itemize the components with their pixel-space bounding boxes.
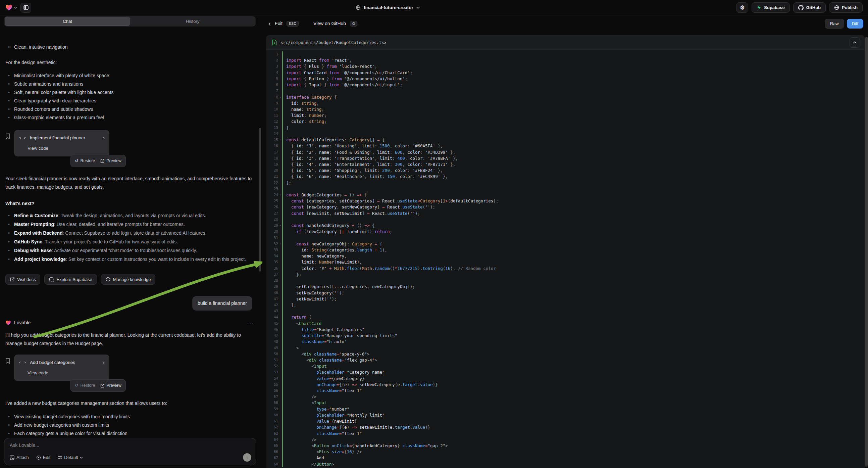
list-item: Expand with Backend: Connect Supabase to… <box>5 229 256 237</box>
chat-bullet: Glass-morphic elements for a premium fee… <box>5 114 256 122</box>
globe-icon <box>355 5 361 10</box>
supabase-bolt-icon <box>756 5 761 10</box>
chat-bullet: Subtle animations and transitions <box>5 80 256 88</box>
package-icon <box>106 277 111 282</box>
assistant-name: Lovable <box>14 319 31 327</box>
chat-scrollbar[interactable] <box>259 128 261 272</box>
assistant-paragraph: I'll help you add budget categories to t… <box>5 331 255 348</box>
file-header[interactable]: src/components/budget/BudgetCategories.t… <box>266 35 865 50</box>
lovable-heart-icon <box>5 320 11 325</box>
view-code-link[interactable]: View code <box>19 144 105 152</box>
attach-button[interactable]: Attach <box>10 455 29 460</box>
chat-bullet: Add new budget categories with custom li… <box>5 421 256 429</box>
tab-history[interactable]: History <box>130 17 255 26</box>
chevron-down-icon <box>80 457 83 459</box>
bookmark-icon[interactable] <box>5 358 10 364</box>
chevron-up-icon <box>853 41 857 43</box>
list-item: Add project knowledge: Set key context o… <box>5 255 256 264</box>
publish-button[interactable]: Publish <box>829 2 863 13</box>
code-editor[interactable]: 12import React from 'react';3import { Pl… <box>266 50 865 467</box>
visit-docs-button[interactable]: Visit docs <box>5 274 40 285</box>
assistant-paragraph: Your sleek financial planner is now read… <box>5 175 254 192</box>
diff-toggle-button[interactable]: Diff <box>847 19 863 29</box>
chat-bullet: Clean, intuitive navigation <box>5 43 256 51</box>
list-item: Debug with Ease: Activate our experiment… <box>5 246 256 255</box>
chat-bullet: Rounded corners and subtle shadows <box>5 105 256 114</box>
view-code-link[interactable]: View code <box>19 369 105 377</box>
chevron-down-icon <box>416 7 420 9</box>
version-title: Add budget categories <box>30 358 75 367</box>
whats-next-heading: What's next? <box>5 199 256 208</box>
chat-history-tabs: Chat History <box>4 16 256 27</box>
restore-icon: ↺ <box>75 381 78 390</box>
target-icon <box>36 455 41 460</box>
manage-knowledge-button[interactable]: Manage knowledge <box>101 274 156 285</box>
send-arrow-icon: ↑ <box>246 455 248 460</box>
lovable-logo-menu[interactable] <box>5 4 17 11</box>
chat-input[interactable]: Ask Lovable... <box>10 442 251 448</box>
bookmark-icon[interactable] <box>5 133 10 139</box>
code-icon: < > <box>19 358 27 367</box>
supabase-button[interactable]: Supabase <box>751 2 789 13</box>
version-card-add-budget-categories[interactable]: < > Add budget categories › View code <box>14 354 110 381</box>
code-scrollbar[interactable] <box>865 37 868 467</box>
project-switcher[interactable]: financial-future-creator <box>355 5 420 10</box>
design-heading: For the design aesthetic: <box>5 58 256 67</box>
chevron-down-icon <box>14 7 17 9</box>
edit-button[interactable]: Edit <box>36 455 50 460</box>
external-link-icon <box>100 159 104 163</box>
explore-supabase-button[interactable]: Explore Supabase <box>44 274 97 285</box>
tab-chat[interactable]: Chat <box>5 17 130 26</box>
file-path: src/components/budget/BudgetCategories.t… <box>280 40 386 45</box>
chat-message-list[interactable]: Clean, intuitive navigation For the desi… <box>0 43 262 436</box>
settings-button[interactable]: ⚙ <box>736 2 748 13</box>
github-button[interactable]: GitHub <box>793 2 826 13</box>
sidebar-toggle-button[interactable] <box>21 3 31 13</box>
chat-bullet: Soft, neutral color palette with light b… <box>5 88 256 97</box>
restore-button[interactable]: ↺ Restore <box>75 381 95 390</box>
chevron-right-icon: › <box>103 358 105 367</box>
exit-button[interactable]: Exit <box>275 21 282 26</box>
version-actions: ↺ Restore Preview <box>70 155 126 167</box>
restore-icon: ↺ <box>75 157 78 165</box>
external-link-icon <box>10 277 14 282</box>
external-link-icon <box>100 384 104 388</box>
mode-select[interactable]: Default <box>58 455 83 460</box>
list-item: Master Prompting: Use clear, detailed, a… <box>5 220 256 229</box>
code-lines: 12import React from 'react';3import { Pl… <box>266 51 865 467</box>
list-item: GitHub Sync: Transfer your project's cod… <box>5 238 256 246</box>
topbar: financial-future-creator ⚙ Supabase GitH… <box>0 0 868 16</box>
user-message: build a financial planner <box>192 296 252 311</box>
added-bullets: View existing budget categories with the… <box>5 413 256 436</box>
chat-bullet: Each category gets a unique color for vi… <box>5 429 256 436</box>
esc-shortcut-badge: ESC <box>286 21 299 27</box>
preview-button[interactable]: Preview <box>100 157 121 165</box>
chat-bullet: Minimalist interface with plenty of whit… <box>5 71 256 80</box>
composer: Ask Lovable... Attach Edit Default ↑ <box>4 438 256 465</box>
lovable-heart-icon <box>5 4 12 11</box>
code-card: src/components/budget/BudgetCategories.t… <box>266 35 865 468</box>
chat-bullet: View existing budget categories with the… <box>5 413 256 421</box>
publish-globe-icon <box>834 5 839 10</box>
view-on-github-button[interactable]: View on GitHub <box>313 21 346 26</box>
send-button[interactable]: ↑ <box>243 453 251 462</box>
version-actions: ↺ Restore Preview <box>70 379 126 392</box>
chat-bullet: Clean typography with clear hierarchies <box>5 97 256 105</box>
code-panel: ‹ Exit ESC View on GitHub G Raw Diff src… <box>262 16 868 468</box>
preview-button[interactable]: Preview <box>100 381 121 390</box>
github-icon <box>798 5 804 10</box>
raw-toggle-button[interactable]: Raw <box>825 19 844 29</box>
collapse-file-button[interactable] <box>849 37 860 48</box>
sidebar-panel-icon <box>24 5 29 10</box>
more-menu-icon[interactable]: ··· <box>247 319 254 327</box>
back-chevron-icon[interactable]: ‹ <box>269 20 271 28</box>
code-icon: < > <box>19 134 27 142</box>
list-item: Refine & Customize: Tweak the design, an… <box>5 211 256 220</box>
restore-button[interactable]: ↺ Restore <box>75 157 95 165</box>
code-view-header: ‹ Exit ESC View on GitHub G Raw Diff <box>262 16 868 32</box>
added-file-icon <box>272 39 277 45</box>
design-bullets: Minimalist interface with plenty of whit… <box>5 71 256 122</box>
gear-icon: ⚙ <box>740 4 745 11</box>
version-card-implement-financial-planner[interactable]: < > Implement financial planner › View c… <box>14 130 110 156</box>
chat-bubble-icon <box>49 277 54 282</box>
